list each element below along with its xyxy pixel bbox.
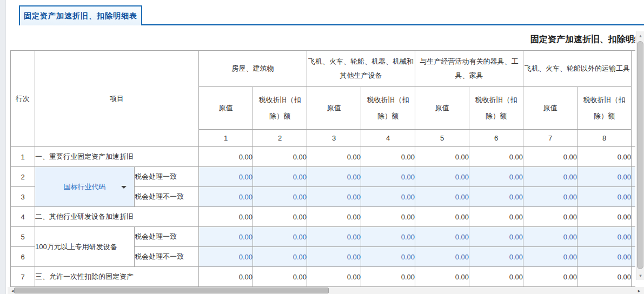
header-group-row: 行次 项目 房屋、建筑物 飞机、火车、轮船、机器、机械和其他生产设备 与生产经营… — [11, 51, 636, 87]
scroll-up-icon[interactable]: ▴ — [636, 31, 644, 40]
value-cell[interactable]: 0.00 — [523, 227, 577, 247]
value-cell[interactable]: 0.00 — [469, 247, 523, 267]
value-cell[interactable]: 0.00 — [307, 187, 361, 207]
scroll-down-icon[interactable]: ▾ — [636, 271, 644, 280]
value-cell[interactable]: 0.00 — [253, 227, 307, 247]
value-cell[interactable]: 0.00 — [415, 167, 469, 187]
value-cell[interactable]: 0.00 — [577, 187, 632, 207]
vertical-scrollbar-thumb[interactable] — [637, 41, 643, 269]
tab-underline — [141, 24, 644, 25]
value-cell-readonly: 0.00 — [415, 147, 469, 167]
value-cell[interactable]: 0.00 — [361, 227, 415, 247]
value-cell[interactable]: 0.00 — [469, 227, 523, 247]
vertical-scrollbar[interactable]: ▴ ▾ — [636, 31, 644, 280]
line-number-cell: 5 — [11, 227, 35, 247]
chevron-down-icon — [121, 186, 127, 189]
value-cell-readonly: 0.00 — [307, 267, 361, 287]
line-number-cell: 2 — [11, 167, 35, 187]
value-cell-readonly: 0.00 — [361, 147, 415, 167]
col-subheader-tax-1: 税收折旧（扣除）额 — [253, 87, 307, 130]
value-cell[interactable]: 0.00 — [307, 227, 361, 247]
col-subheader-tax-3: 税收折旧（扣除）额 — [469, 87, 523, 130]
col-number: 8 — [577, 130, 632, 147]
scroll-right-icon[interactable]: ▸ — [635, 287, 643, 294]
col-subheader-original-4: 原值 — [523, 87, 577, 130]
value-cell[interactable]: 0.00 — [361, 247, 415, 267]
value-cell[interactable]: 0.00 — [469, 187, 523, 207]
form-title: 固定资产加速折旧、扣除明细表 — [10, 32, 635, 46]
clipped-value-cell — [632, 187, 636, 207]
item-group-label-cell: 100万元以上专用研发设备 — [35, 227, 135, 267]
line-number-cell: 1 — [11, 147, 35, 167]
item-label-cell: 三、允许一次性扣除的固定资产 — [35, 267, 199, 287]
col-header-line-no: 行次 — [11, 51, 35, 147]
horizontal-scrollbar-thumb[interactable] — [14, 288, 329, 293]
tax-treatment-label-cell: 税会处理不一致 — [135, 247, 199, 267]
value-cell[interactable]: 0.00 — [577, 227, 632, 247]
value-cell[interactable]: 0.00 — [523, 167, 577, 187]
value-cell[interactable]: 0.00 — [415, 187, 469, 207]
value-cell[interactable]: 0.00 — [523, 247, 577, 267]
clipped-value-cell — [632, 167, 636, 187]
col-number: 6 — [469, 130, 523, 147]
value-cell-readonly: 0.00 — [523, 207, 577, 227]
col-group-header-transport: 飞机、火车、轮船以外的运输工具 — [523, 51, 632, 87]
value-cell[interactable]: 0.00 — [361, 187, 415, 207]
industry-code-dropdown[interactable]: 国标行业代码 — [35, 167, 135, 207]
clipped-column-header — [632, 51, 636, 147]
value-cell[interactable]: 0.00 — [199, 227, 253, 247]
col-number: 5 — [415, 130, 469, 147]
table-row: 4二、其他行业研发设备加速折旧0.000.000.000.000.000.000… — [11, 207, 636, 227]
form-content-area: 固定资产加速折旧、扣除明细表 行次 项目 房屋、建筑物 飞机、火车、轮船、机器、… — [10, 32, 635, 287]
value-cell[interactable]: 0.00 — [253, 247, 307, 267]
value-cell[interactable]: 0.00 — [199, 247, 253, 267]
value-cell-readonly: 0.00 — [415, 267, 469, 287]
col-subheader-tax-2: 税收折旧（扣除）额 — [361, 87, 415, 130]
horizontal-scrollbar[interactable]: ◂ ▸ — [8, 287, 644, 294]
clipped-value-cell — [632, 147, 636, 167]
col-subheader-original-3: 原值 — [415, 87, 469, 130]
value-cell[interactable]: 0.00 — [469, 167, 523, 187]
value-cell[interactable]: 0.00 — [307, 167, 361, 187]
tab-fixed-asset-depreciation[interactable]: 固定资产加速折旧、扣除明细表 — [19, 5, 142, 25]
item-label-cell: 一、重要行业固定资产加速折旧 — [35, 147, 199, 167]
col-header-item: 项目 — [35, 51, 199, 147]
col-number: 3 — [307, 130, 361, 147]
line-number-cell: 4 — [11, 207, 35, 227]
table-row: 1一、重要行业固定资产加速折旧0.000.000.000.000.000.000… — [11, 147, 636, 167]
table-row: 2国标行业代码税会处理一致0.000.000.000.000.000.000.0… — [11, 167, 636, 187]
value-cell[interactable]: 0.00 — [415, 247, 469, 267]
clipped-value-cell — [632, 227, 636, 247]
value-cell[interactable]: 0.00 — [253, 167, 307, 187]
table-row: 7三、允许一次性扣除的固定资产0.000.000.000.000.000.000… — [11, 267, 636, 287]
value-cell[interactable]: 0.00 — [199, 167, 253, 187]
line-number-cell: 3 — [11, 187, 35, 207]
value-cell[interactable]: 0.00 — [577, 247, 632, 267]
value-cell-readonly: 0.00 — [361, 207, 415, 227]
value-cell[interactable]: 0.00 — [199, 187, 253, 207]
value-cell-readonly: 0.00 — [577, 267, 632, 287]
col-subheader-original-1: 原值 — [199, 87, 253, 130]
value-cell[interactable]: 0.00 — [253, 187, 307, 207]
value-cell-readonly: 0.00 — [469, 207, 523, 227]
col-group-header-machinery: 飞机、火车、轮船、机器、机械和其他生产设备 — [307, 51, 415, 87]
industry-code-dropdown-label: 国标行业代码 — [64, 183, 106, 191]
value-cell-readonly: 0.00 — [253, 267, 307, 287]
value-cell-readonly: 0.00 — [361, 267, 415, 287]
depreciation-table: 行次 项目 房屋、建筑物 飞机、火车、轮船、机器、机械和其他生产设备 与生产经营… — [10, 50, 635, 287]
value-cell[interactable]: 0.00 — [361, 167, 415, 187]
col-group-header-tools: 与生产经营活动有关的器具、工具、家具 — [415, 51, 523, 87]
value-cell-readonly: 0.00 — [469, 267, 523, 287]
value-cell[interactable]: 0.00 — [577, 167, 632, 187]
col-number: 2 — [253, 130, 307, 147]
value-cell-readonly: 0.00 — [253, 147, 307, 167]
tax-treatment-label-cell: 税会处理不一致 — [135, 187, 199, 207]
value-cell[interactable]: 0.00 — [415, 227, 469, 247]
line-number-cell: 6 — [11, 247, 35, 267]
page-left-gutter — [0, 0, 6, 294]
tax-treatment-label-cell: 税会处理一致 — [135, 227, 199, 247]
line-number-cell: 7 — [11, 267, 35, 287]
value-cell-readonly: 0.00 — [199, 207, 253, 227]
value-cell[interactable]: 0.00 — [523, 187, 577, 207]
value-cell[interactable]: 0.00 — [307, 247, 361, 267]
